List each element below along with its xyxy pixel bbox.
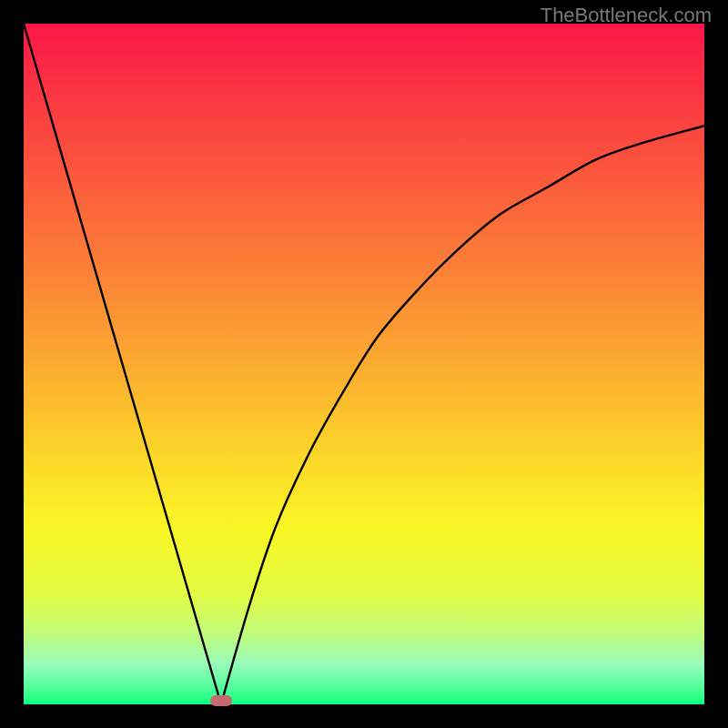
optimal-point-marker xyxy=(210,695,232,706)
plot-area xyxy=(24,24,704,704)
gradient-background xyxy=(24,24,704,704)
plot-svg xyxy=(24,24,704,704)
chart-frame: TheBottleneck.com xyxy=(0,0,728,728)
